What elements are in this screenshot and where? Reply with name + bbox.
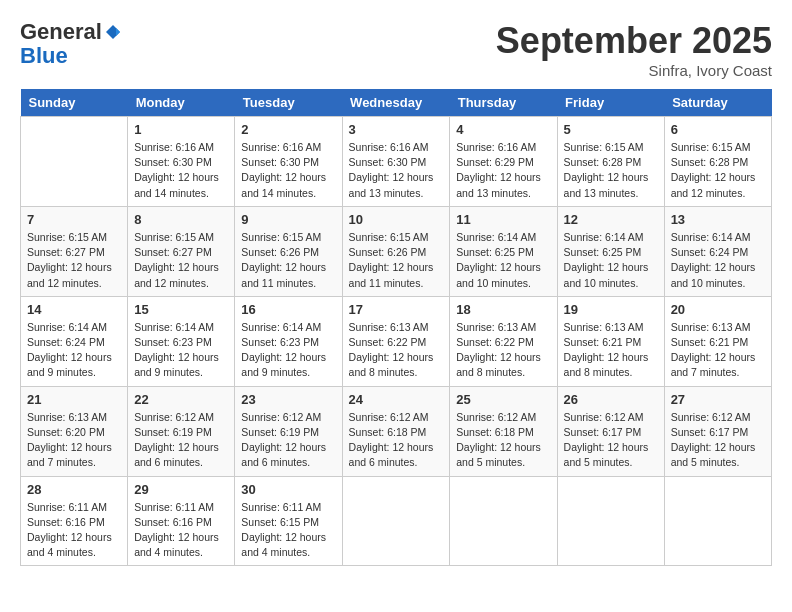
day-cell: 11Sunrise: 6:14 AM Sunset: 6:25 PM Dayli…: [450, 206, 557, 296]
day-cell: [450, 476, 557, 566]
day-info: Sunrise: 6:15 AM Sunset: 6:26 PM Dayligh…: [349, 230, 444, 291]
day-cell: 1Sunrise: 6:16 AM Sunset: 6:30 PM Daylig…: [128, 117, 235, 207]
day-info: Sunrise: 6:12 AM Sunset: 6:17 PM Dayligh…: [564, 410, 658, 471]
day-info: Sunrise: 6:13 AM Sunset: 6:22 PM Dayligh…: [456, 320, 550, 381]
day-info: Sunrise: 6:14 AM Sunset: 6:23 PM Dayligh…: [134, 320, 228, 381]
day-cell: 28Sunrise: 6:11 AM Sunset: 6:16 PM Dayli…: [21, 476, 128, 566]
day-number: 14: [27, 302, 121, 317]
week-row-2: 7Sunrise: 6:15 AM Sunset: 6:27 PM Daylig…: [21, 206, 772, 296]
day-number: 20: [671, 302, 765, 317]
day-info: Sunrise: 6:16 AM Sunset: 6:29 PM Dayligh…: [456, 140, 550, 201]
day-info: Sunrise: 6:16 AM Sunset: 6:30 PM Dayligh…: [134, 140, 228, 201]
day-cell: 26Sunrise: 6:12 AM Sunset: 6:17 PM Dayli…: [557, 386, 664, 476]
week-row-4: 21Sunrise: 6:13 AM Sunset: 6:20 PM Dayli…: [21, 386, 772, 476]
day-number: 11: [456, 212, 550, 227]
day-cell: 8Sunrise: 6:15 AM Sunset: 6:27 PM Daylig…: [128, 206, 235, 296]
day-cell: 15Sunrise: 6:14 AM Sunset: 6:23 PM Dayli…: [128, 296, 235, 386]
day-cell: 19Sunrise: 6:13 AM Sunset: 6:21 PM Dayli…: [557, 296, 664, 386]
day-info: Sunrise: 6:13 AM Sunset: 6:21 PM Dayligh…: [671, 320, 765, 381]
day-cell: 24Sunrise: 6:12 AM Sunset: 6:18 PM Dayli…: [342, 386, 450, 476]
day-cell: 2Sunrise: 6:16 AM Sunset: 6:30 PM Daylig…: [235, 117, 342, 207]
day-info: Sunrise: 6:12 AM Sunset: 6:18 PM Dayligh…: [456, 410, 550, 471]
day-number: 26: [564, 392, 658, 407]
weekday-monday: Monday: [128, 89, 235, 117]
logo-icon: [104, 23, 122, 41]
title-block: September 2025 Sinfra, Ivory Coast: [496, 20, 772, 79]
day-cell: 29Sunrise: 6:11 AM Sunset: 6:16 PM Dayli…: [128, 476, 235, 566]
day-number: 7: [27, 212, 121, 227]
day-number: 16: [241, 302, 335, 317]
day-number: 28: [27, 482, 121, 497]
week-row-5: 28Sunrise: 6:11 AM Sunset: 6:16 PM Dayli…: [21, 476, 772, 566]
week-row-3: 14Sunrise: 6:14 AM Sunset: 6:24 PM Dayli…: [21, 296, 772, 386]
day-number: 29: [134, 482, 228, 497]
page-header: General Blue September 2025 Sinfra, Ivor…: [20, 20, 772, 79]
day-info: Sunrise: 6:11 AM Sunset: 6:16 PM Dayligh…: [134, 500, 228, 561]
day-number: 2: [241, 122, 335, 137]
weekday-friday: Friday: [557, 89, 664, 117]
week-row-1: 1Sunrise: 6:16 AM Sunset: 6:30 PM Daylig…: [21, 117, 772, 207]
day-cell: 27Sunrise: 6:12 AM Sunset: 6:17 PM Dayli…: [664, 386, 771, 476]
day-cell: 7Sunrise: 6:15 AM Sunset: 6:27 PM Daylig…: [21, 206, 128, 296]
day-number: 22: [134, 392, 228, 407]
day-info: Sunrise: 6:16 AM Sunset: 6:30 PM Dayligh…: [349, 140, 444, 201]
day-cell: 23Sunrise: 6:12 AM Sunset: 6:19 PM Dayli…: [235, 386, 342, 476]
day-info: Sunrise: 6:13 AM Sunset: 6:22 PM Dayligh…: [349, 320, 444, 381]
day-cell: 16Sunrise: 6:14 AM Sunset: 6:23 PM Dayli…: [235, 296, 342, 386]
weekday-wednesday: Wednesday: [342, 89, 450, 117]
day-number: 5: [564, 122, 658, 137]
day-info: Sunrise: 6:15 AM Sunset: 6:26 PM Dayligh…: [241, 230, 335, 291]
day-info: Sunrise: 6:12 AM Sunset: 6:19 PM Dayligh…: [134, 410, 228, 471]
calendar-body: 1Sunrise: 6:16 AM Sunset: 6:30 PM Daylig…: [21, 117, 772, 566]
day-info: Sunrise: 6:11 AM Sunset: 6:16 PM Dayligh…: [27, 500, 121, 561]
day-cell: 9Sunrise: 6:15 AM Sunset: 6:26 PM Daylig…: [235, 206, 342, 296]
day-info: Sunrise: 6:12 AM Sunset: 6:18 PM Dayligh…: [349, 410, 444, 471]
day-number: 30: [241, 482, 335, 497]
svg-marker-1: [116, 28, 120, 36]
day-number: 15: [134, 302, 228, 317]
day-cell: 21Sunrise: 6:13 AM Sunset: 6:20 PM Dayli…: [21, 386, 128, 476]
day-cell: 10Sunrise: 6:15 AM Sunset: 6:26 PM Dayli…: [342, 206, 450, 296]
day-info: Sunrise: 6:13 AM Sunset: 6:21 PM Dayligh…: [564, 320, 658, 381]
day-info: Sunrise: 6:14 AM Sunset: 6:25 PM Dayligh…: [564, 230, 658, 291]
weekday-tuesday: Tuesday: [235, 89, 342, 117]
day-number: 12: [564, 212, 658, 227]
day-number: 18: [456, 302, 550, 317]
day-info: Sunrise: 6:15 AM Sunset: 6:28 PM Dayligh…: [564, 140, 658, 201]
day-cell: [342, 476, 450, 566]
day-number: 4: [456, 122, 550, 137]
day-cell: 13Sunrise: 6:14 AM Sunset: 6:24 PM Dayli…: [664, 206, 771, 296]
day-cell: 14Sunrise: 6:14 AM Sunset: 6:24 PM Dayli…: [21, 296, 128, 386]
logo-blue-text: Blue: [20, 44, 122, 68]
weekday-sunday: Sunday: [21, 89, 128, 117]
day-cell: 3Sunrise: 6:16 AM Sunset: 6:30 PM Daylig…: [342, 117, 450, 207]
day-info: Sunrise: 6:15 AM Sunset: 6:28 PM Dayligh…: [671, 140, 765, 201]
day-cell: 12Sunrise: 6:14 AM Sunset: 6:25 PM Dayli…: [557, 206, 664, 296]
day-number: 6: [671, 122, 765, 137]
day-cell: 25Sunrise: 6:12 AM Sunset: 6:18 PM Dayli…: [450, 386, 557, 476]
weekday-thursday: Thursday: [450, 89, 557, 117]
calendar-table: SundayMondayTuesdayWednesdayThursdayFrid…: [20, 89, 772, 566]
weekday-header-row: SundayMondayTuesdayWednesdayThursdayFrid…: [21, 89, 772, 117]
day-cell: 30Sunrise: 6:11 AM Sunset: 6:15 PM Dayli…: [235, 476, 342, 566]
day-number: 10: [349, 212, 444, 227]
day-number: 21: [27, 392, 121, 407]
day-cell: [664, 476, 771, 566]
day-info: Sunrise: 6:14 AM Sunset: 6:24 PM Dayligh…: [27, 320, 121, 381]
day-number: 23: [241, 392, 335, 407]
logo: General Blue: [20, 20, 122, 68]
day-info: Sunrise: 6:14 AM Sunset: 6:23 PM Dayligh…: [241, 320, 335, 381]
day-info: Sunrise: 6:12 AM Sunset: 6:19 PM Dayligh…: [241, 410, 335, 471]
day-info: Sunrise: 6:14 AM Sunset: 6:24 PM Dayligh…: [671, 230, 765, 291]
day-number: 19: [564, 302, 658, 317]
weekday-saturday: Saturday: [664, 89, 771, 117]
day-cell: [21, 117, 128, 207]
day-cell: 17Sunrise: 6:13 AM Sunset: 6:22 PM Dayli…: [342, 296, 450, 386]
day-info: Sunrise: 6:12 AM Sunset: 6:17 PM Dayligh…: [671, 410, 765, 471]
day-number: 13: [671, 212, 765, 227]
location-subtitle: Sinfra, Ivory Coast: [496, 62, 772, 79]
day-number: 1: [134, 122, 228, 137]
day-number: 3: [349, 122, 444, 137]
day-info: Sunrise: 6:16 AM Sunset: 6:30 PM Dayligh…: [241, 140, 335, 201]
day-number: 27: [671, 392, 765, 407]
